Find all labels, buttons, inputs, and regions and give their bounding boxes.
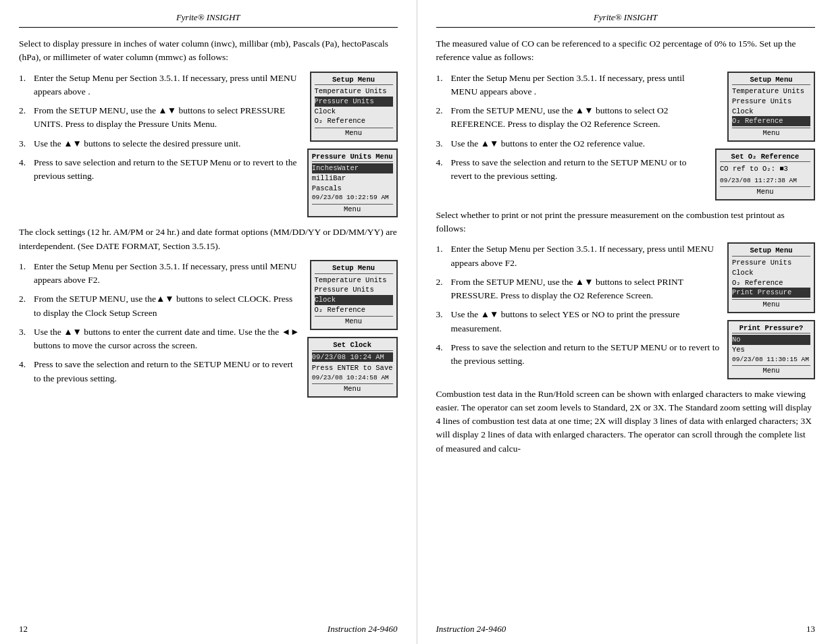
list-item: 3. Use the ▲▼ buttons to selecte the des… bbox=[19, 137, 301, 151]
item-num: 2. bbox=[19, 104, 34, 132]
print-pressure-lcd: Print Pressure? No Yes 09/23/08 11:30:15… bbox=[727, 320, 815, 379]
lcd-footer: Menu bbox=[315, 316, 393, 327]
lcd-row: Clock bbox=[315, 107, 393, 117]
lcd-row: Press ENTER to Save bbox=[312, 363, 393, 373]
lcd-row: Pressure Units bbox=[315, 285, 393, 295]
o2-text-col: 1. Enter the Setup Menu per Section 3.5.… bbox=[436, 72, 709, 200]
left-footer-num: 12 bbox=[19, 624, 28, 635]
lcd-title: Setup Menu bbox=[315, 75, 393, 86]
o2-intro: The measured value of CO can be referenc… bbox=[436, 37, 816, 65]
lcd-row: Pressure Units bbox=[732, 258, 810, 268]
list-item: 2. From the SETUP MENU, use the ▲▼ butto… bbox=[19, 104, 301, 132]
lcd-footer: Menu bbox=[312, 204, 393, 215]
set-o2-ref-lcd: Set O₂ Reference CO ref to O₂: ■3 09/23/… bbox=[715, 149, 815, 200]
setup-menu-clock-lcd: Setup Menu Temperature Units Pressure Un… bbox=[310, 260, 398, 330]
o2-list: 1. Enter the Setup Menu per Section 3.5.… bbox=[436, 72, 709, 184]
lcd-row-selected: 09/23/08 10:24 AM bbox=[312, 352, 393, 363]
print-text-col: 1. Enter the Setup Menu per Section 3.5.… bbox=[436, 242, 721, 379]
item-content: Press to save the selection and return t… bbox=[451, 156, 709, 184]
lcd-row-selected: Pressure Units bbox=[315, 97, 393, 107]
list-item: 3. Use the ▲▼ buttons to enter the O2 re… bbox=[436, 137, 709, 151]
lcd-footer: Menu bbox=[720, 186, 810, 197]
print-img-col: Setup Menu Pressure Units Clock O₂ Refer… bbox=[727, 242, 815, 379]
item-num: 3. bbox=[19, 325, 34, 353]
lcd-timestamp: 09/23/08 10:24:58 AM bbox=[312, 373, 393, 382]
item-content: Enter the Setup Menu per Section 3.5.1. … bbox=[34, 260, 301, 288]
lcd-row: O₂ Reference bbox=[732, 278, 810, 288]
item-content: Enter the Setup Menu per Section 3.5.1. … bbox=[451, 72, 709, 99]
item-content: Use the ▲▼ buttons to selecte the desire… bbox=[34, 137, 301, 151]
item-num: 1. bbox=[436, 242, 451, 270]
lcd-row-selected: Print Pressure bbox=[732, 288, 810, 298]
item-num: 3. bbox=[436, 308, 451, 336]
item-num: 4. bbox=[19, 358, 34, 385]
lcd-title: Print Pressure? bbox=[732, 323, 810, 334]
lcd-footer: Menu bbox=[732, 365, 810, 376]
lcd-title: Set Clock bbox=[312, 340, 393, 351]
o2-two-col: 1. Enter the Setup Menu per Section 3.5.… bbox=[436, 72, 816, 200]
list-item: 4. Press to save selection and return to… bbox=[19, 156, 301, 184]
right-header: Fyrite® INSIGHT bbox=[436, 12, 816, 28]
zoom-section: Combustion test data in the Run/Hold scr… bbox=[436, 387, 816, 456]
lcd-row-selected: Clock bbox=[315, 295, 393, 305]
clock-list: 1. Enter the Setup Menu per Section 3.5.… bbox=[19, 260, 301, 385]
item-content: From the SETUP MENU, use the ▲▼ buttons … bbox=[34, 104, 301, 132]
lcd-row-selected: InchesWater bbox=[312, 163, 393, 173]
lcd-footer: Menu bbox=[732, 299, 810, 310]
item-num: 4. bbox=[19, 156, 34, 184]
lcd-row: Temperature Units bbox=[315, 86, 393, 97]
item-content: Use the ▲▼ buttons to enter the current … bbox=[34, 325, 301, 353]
list-item: 4. Press to save the selection and retur… bbox=[19, 358, 301, 385]
list-item: 1. Enter the Setup Menu per Section 3.5.… bbox=[19, 260, 301, 288]
o2-img-col: Setup Menu Temperature Units Pressure Un… bbox=[715, 72, 815, 200]
item-content: Press to save the selection and return t… bbox=[451, 341, 721, 369]
lcd-footer: Menu bbox=[732, 128, 810, 138]
print-pressure-intro: Select whether to print or not print the… bbox=[436, 209, 816, 236]
left-header: Fyrite® INSIGHT bbox=[19, 12, 398, 28]
lcd-row-selected: O₂ Reference bbox=[732, 116, 810, 126]
item-content: Press to save selection and return to th… bbox=[34, 156, 301, 184]
clock-two-col: 1. Enter the Setup Menu per Section 3.5.… bbox=[19, 260, 398, 398]
lcd-row-selected: No bbox=[732, 335, 810, 345]
item-num: 2. bbox=[436, 104, 451, 132]
o2-reference-section: The measured value of CO can be referenc… bbox=[436, 37, 816, 200]
item-num: 4. bbox=[436, 341, 451, 369]
lcd-row: Temperature Units bbox=[315, 275, 393, 286]
item-num: 1. bbox=[19, 72, 34, 99]
lcd-row: Clock bbox=[732, 268, 810, 278]
item-num: 3. bbox=[19, 137, 34, 151]
right-footer: Instruction 24-9460 13 bbox=[436, 624, 816, 635]
right-footer-instruction: Instruction 24-9460 bbox=[436, 624, 506, 635]
pressure-text-col: 1. Enter the Setup Menu per Section 3.5.… bbox=[19, 72, 301, 218]
list-item: 1. Enter the Setup Menu per Section 3.5.… bbox=[436, 242, 721, 270]
left-footer: 12 Instruction 24-9460 bbox=[19, 624, 398, 635]
page-left: Fyrite® INSIGHT Select to display pressu… bbox=[0, 0, 417, 644]
pressure-two-col: 1. Enter the Setup Menu per Section 3.5.… bbox=[19, 72, 398, 218]
item-content: From the SETUP MENU, use the ▲▼ buttons … bbox=[451, 104, 709, 132]
item-num: 2. bbox=[436, 275, 451, 303]
lcd-timestamp: 09/23/08 11:27:38 AM bbox=[720, 176, 810, 185]
lcd-timestamp: 09/23/08 10:22:59 AM bbox=[312, 193, 393, 202]
item-content: Use the ▲▼ buttons to enter the O2 refer… bbox=[451, 137, 709, 151]
set-clock-lcd: Set Clock 09/23/08 10:24 AM Press ENTER … bbox=[307, 337, 398, 398]
lcd-title: Set O₂ Reference bbox=[720, 152, 810, 163]
setup-menu-o2-lcd: Setup Menu Temperature Units Pressure Un… bbox=[727, 72, 815, 142]
clock-img-col: Setup Menu Temperature Units Pressure Un… bbox=[307, 260, 398, 398]
item-content: Press to save the selection and return t… bbox=[34, 358, 301, 385]
item-content: Enter the Setup Menu per Section 3.5.1. … bbox=[451, 242, 721, 270]
pressure-intro: Select to display pressure in inches of … bbox=[19, 37, 398, 65]
pressure-units-section: Select to display pressure in inches of … bbox=[19, 37, 398, 217]
print-pressure-section: Select whether to print or not print the… bbox=[436, 209, 816, 379]
lcd-timestamp: 09/23/08 11:30:15 AM bbox=[732, 355, 810, 364]
lcd-row: Clock bbox=[732, 107, 810, 117]
page-container: Fyrite® INSIGHT Select to display pressu… bbox=[0, 0, 834, 644]
list-item: 1. Enter the Setup Menu per Section 3.5.… bbox=[19, 72, 301, 99]
lcd-row: O₂ Reference bbox=[315, 116, 393, 126]
item-num: 1. bbox=[19, 260, 34, 288]
right-header-text: Fyrite® INSIGHT bbox=[594, 12, 658, 22]
item-content: From the SETUP MENU, use the▲▼ buttons t… bbox=[34, 292, 301, 320]
item-content: From the SETUP MENU, use the ▲▼ buttons … bbox=[451, 275, 721, 303]
page-right: Fyrite® INSIGHT The measured value of CO… bbox=[417, 0, 835, 644]
list-item: 3. Use the ▲▼ buttons to enter the curre… bbox=[19, 325, 301, 353]
lcd-title: Pressure Units Menu bbox=[312, 152, 393, 163]
